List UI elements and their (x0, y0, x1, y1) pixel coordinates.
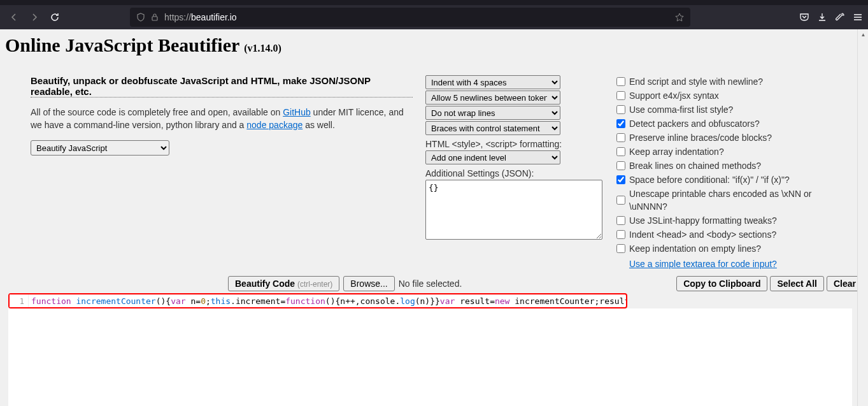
html-format-select[interactable]: Add one indent level (425, 150, 560, 164)
option-checkbox[interactable] (616, 216, 625, 225)
wrap-select[interactable]: Do not wrap lines (425, 106, 560, 120)
option-label: Break lines on chained methods? (629, 159, 761, 172)
option-checkbox[interactable] (616, 175, 625, 184)
option-checkbox-row[interactable]: Use comma-first list style? (616, 103, 852, 116)
option-checkbox[interactable] (616, 91, 625, 100)
option-checkbox-row[interactable]: Use JSLint-happy formatting tweaks? (616, 214, 852, 227)
page-title: Online JavaScript Beautifier (v1.14.0) (5, 34, 863, 56)
beautify-button[interactable]: Beautify Code (ctrl-enter) (228, 276, 339, 291)
shield-icon (136, 13, 145, 22)
page-content: ▲ Online JavaScript Beautifier (v1.14.0)… (0, 29, 868, 406)
option-checkbox-row[interactable]: Preserve inline braces/code blocks? (616, 131, 852, 144)
json-settings-textarea[interactable]: {} (425, 180, 602, 240)
option-label: Space before conditional: "if(x)" / "if … (629, 173, 790, 186)
reload-button[interactable] (46, 8, 64, 26)
downloads-icon[interactable] (817, 12, 827, 22)
option-label: Keep array indentation? (629, 145, 724, 158)
option-checkbox-row[interactable]: Support e4x/jsx syntax (616, 89, 852, 102)
use-textarea-link[interactable]: Use a simple textarea for code input? (629, 259, 777, 269)
option-checkbox-row[interactable]: Keep array indentation? (616, 145, 852, 158)
option-checkbox-row[interactable]: Indent <head> and <body> sections? (616, 228, 852, 241)
description: All of the source code is completely fre… (31, 106, 413, 131)
option-checkbox-row[interactable]: Space before conditional: "if(x)" / "if … (616, 173, 852, 186)
copy-clipboard-button[interactable]: Copy to Clipboard (676, 276, 767, 291)
pocket-icon[interactable] (799, 12, 809, 22)
browser-toolbar: https://beautifier.io (0, 5, 868, 29)
browser-tab-strip (0, 0, 868, 5)
node-package-link[interactable]: node package (246, 120, 302, 130)
option-checkbox-row[interactable]: Detect packers and obfuscators? (616, 117, 852, 130)
option-checkbox[interactable] (616, 196, 625, 205)
code-editor-body[interactable] (8, 308, 852, 406)
option-label: Use comma-first list style? (629, 103, 733, 116)
option-checkbox-row[interactable]: Unescape printable chars encoded as \xNN… (616, 187, 852, 213)
vertical-scrollbar[interactable]: ▲ (857, 29, 868, 406)
svg-rect-0 (152, 17, 157, 20)
back-button[interactable] (5, 8, 23, 26)
url-text: https://beautifier.io (164, 12, 670, 22)
option-checkbox-row[interactable]: Break lines on chained methods? (616, 159, 852, 172)
code-editor-highlighted[interactable]: 1 function incrementCounter(){var n=0;th… (8, 293, 627, 308)
option-checkbox-row[interactable]: Keep indentation on empty lines? (616, 242, 852, 255)
browse-button[interactable]: Browse... (343, 276, 394, 291)
json-settings-label: Additional Settings (JSON): (425, 168, 604, 178)
option-checkbox[interactable] (616, 77, 625, 86)
wrench-icon[interactable] (835, 12, 845, 22)
html-format-label: HTML <style>, <script> formatting: (425, 139, 604, 149)
code-line[interactable]: function incrementCounter(){var n=0;this… (29, 294, 626, 307)
option-label: Preserve inline braces/code blocks? (629, 131, 772, 144)
option-checkbox-row[interactable]: End script and style with newline? (616, 75, 852, 88)
option-label: Use JSLint-happy formatting tweaks? (629, 214, 777, 227)
github-link[interactable]: GitHub (283, 107, 311, 117)
url-bar[interactable]: https://beautifier.io (130, 8, 690, 27)
option-checkbox[interactable] (616, 244, 625, 253)
no-file-label: No file selected. (399, 279, 462, 289)
option-label: End script and style with newline? (629, 75, 763, 88)
option-label: Indent <head> and <body> sections? (629, 228, 776, 241)
select-all-button[interactable]: Select All (770, 276, 824, 291)
forward-button[interactable] (25, 8, 43, 26)
menu-icon[interactable] (853, 12, 863, 22)
bookmark-star-icon[interactable] (675, 13, 684, 22)
option-checkbox[interactable] (616, 105, 625, 114)
option-checkbox[interactable] (616, 147, 625, 156)
subtitle-link[interactable]: Beautify, unpack or deobfuscate JavaScri… (31, 75, 413, 98)
option-checkbox[interactable] (616, 230, 625, 239)
lock-icon (150, 13, 159, 22)
line-number-gutter: 1 (10, 294, 29, 307)
option-checkbox[interactable] (616, 119, 625, 128)
scrollbar-up-arrow[interactable]: ▲ (858, 29, 868, 40)
option-label: Unescape printable chars encoded as \xNN… (629, 187, 852, 213)
option-label: Support e4x/jsx syntax (629, 89, 719, 102)
newlines-select[interactable]: Allow 5 newlines between tokens (425, 91, 560, 105)
option-checkbox[interactable] (616, 161, 625, 170)
indent-select[interactable]: Indent with 4 spaces (425, 75, 560, 89)
option-checkbox[interactable] (616, 133, 625, 142)
option-label: Detect packers and obfuscators? (629, 117, 760, 130)
language-select[interactable]: Beautify JavaScript (31, 140, 169, 156)
option-label: Keep indentation on empty lines? (629, 242, 761, 255)
braces-select[interactable]: Braces with control statement (425, 121, 560, 135)
